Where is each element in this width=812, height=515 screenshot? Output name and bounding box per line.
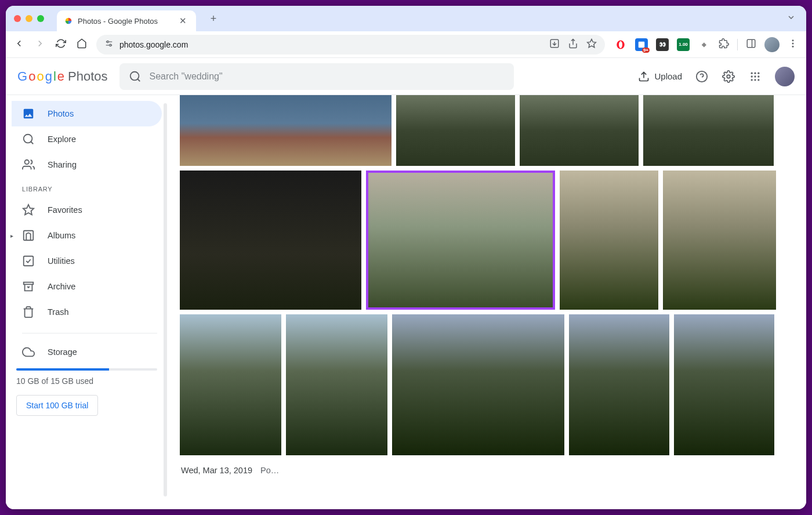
svg-point-24 — [754, 75, 756, 77]
search-input[interactable] — [150, 71, 505, 82]
side-panel-icon[interactable] — [746, 38, 756, 51]
maximize-window-button[interactable] — [37, 15, 44, 22]
sidebar-item-label: Trash — [48, 307, 69, 317]
browser-window: Photos - Google Photos ✕ + photos.google… — [6, 6, 806, 509]
start-trial-button[interactable]: Start 100 GB trial — [16, 395, 98, 416]
address-bar[interactable]: photos.google.com — [96, 35, 605, 55]
archive-icon — [22, 280, 35, 293]
tab-strip: Photos - Google Photos ✕ + — [6, 6, 806, 31]
svg-line-17 — [137, 79, 140, 81]
location-label: Po… — [260, 466, 279, 475]
photo-thumbnail[interactable] — [180, 171, 361, 310]
svg-rect-35 — [24, 282, 34, 285]
reload-button[interactable] — [56, 38, 66, 51]
tab-search-icon[interactable] — [784, 10, 798, 27]
trash-icon — [22, 306, 35, 318]
star-icon — [22, 204, 35, 216]
cloud-icon — [22, 346, 35, 358]
svg-point-27 — [754, 79, 756, 81]
site-info-icon[interactable] — [104, 39, 114, 49]
close-window-button[interactable] — [14, 15, 21, 22]
share-icon[interactable] — [568, 38, 578, 50]
search-icon — [22, 133, 35, 146]
home-button[interactable] — [77, 38, 87, 51]
photo-thumbnail[interactable] — [560, 171, 658, 310]
divider — [737, 39, 738, 50]
extension-5[interactable]: ◆ — [698, 38, 710, 51]
sidebar-item-label: Favorites — [48, 205, 82, 215]
photo-thumbnail[interactable] — [520, 95, 639, 166]
svg-point-20 — [751, 72, 753, 74]
library-heading: LIBRARY — [12, 177, 168, 197]
minimize-window-button[interactable] — [26, 15, 32, 22]
extensions-menu-icon[interactable] — [719, 38, 729, 51]
forward-button[interactable] — [35, 38, 45, 51]
svg-point-14 — [792, 42, 794, 44]
divider — [22, 333, 157, 333]
search-bar[interactable] — [119, 63, 514, 90]
upload-button[interactable]: Upload — [638, 71, 682, 82]
sidebar-item-photos[interactable]: Photos — [12, 101, 162, 126]
chevron-right-icon: ▸ — [10, 233, 13, 239]
extension-price[interactable]: 1.00 — [677, 38, 690, 51]
url-text: photos.google.com — [119, 40, 188, 49]
google-photos-icon — [64, 16, 73, 26]
svg-marker-7 — [588, 39, 596, 48]
sidebar-item-sharing[interactable]: Sharing — [12, 152, 162, 177]
help-button[interactable] — [695, 70, 709, 84]
browser-tab[interactable]: Photos - Google Photos ✕ — [57, 10, 196, 31]
google-photos-app: Google Photos Upload — [6, 58, 806, 509]
new-tab-button[interactable]: + — [205, 10, 222, 27]
extensions: 9+ 👀 1.00 ◆ — [614, 37, 798, 52]
account-avatar[interactable] — [775, 67, 795, 86]
close-tab-icon[interactable]: ✕ — [177, 13, 189, 28]
nav-controls — [14, 38, 87, 51]
install-app-icon[interactable] — [549, 38, 560, 50]
kebab-menu-icon[interactable] — [788, 38, 798, 51]
photo-thumbnail[interactable] — [396, 95, 515, 166]
storage-progress — [16, 368, 157, 371]
sidebar-scrollbar[interactable] — [164, 103, 167, 496]
extension-badge-9plus[interactable]: 9+ — [635, 38, 648, 51]
svg-rect-11 — [747, 39, 755, 48]
toolbar: photos.google.com 9+ 👀 1.00 ◆ — [6, 31, 806, 58]
check-box-icon — [22, 255, 35, 267]
svg-point-16 — [130, 71, 139, 80]
settings-button[interactable] — [722, 70, 735, 84]
bookmark-icon[interactable] — [586, 38, 597, 50]
photo-thumbnail[interactable] — [180, 314, 281, 455]
sidebar-item-storage[interactable]: Storage — [12, 342, 162, 362]
sidebar-item-favorites[interactable]: Favorites — [12, 197, 162, 223]
photo-thumbnail[interactable] — [643, 95, 774, 166]
sidebar-item-explore[interactable]: Explore — [12, 126, 162, 152]
svg-rect-33 — [24, 231, 34, 241]
search-icon — [129, 70, 142, 83]
photo-thumbnail[interactable] — [392, 314, 564, 455]
google-photos-logo[interactable]: Google Photos — [17, 69, 108, 84]
svg-point-13 — [792, 39, 794, 41]
app-body: Photos Explore Sharing LIBRARY Favorites… — [6, 95, 806, 509]
photo-thumbnail-selected[interactable] — [366, 171, 555, 310]
storage-text: 10 GB of 15 GB used — [12, 376, 168, 386]
sidebar-item-label: Storage — [48, 347, 77, 357]
sidebar-item-albums[interactable]: ▸ Albums — [12, 223, 162, 248]
photo-thumbnail[interactable] — [286, 314, 387, 455]
svg-point-19 — [727, 75, 730, 78]
photo-thumbnail[interactable] — [674, 314, 774, 455]
photo-grid: Wed, Mar 13, 2019 Po… — [168, 95, 806, 509]
svg-point-31 — [25, 160, 29, 164]
extension-opera[interactable] — [614, 38, 627, 51]
apps-grid-icon[interactable] — [748, 70, 762, 84]
extension-3[interactable]: 👀 — [656, 38, 669, 51]
photo-thumbnail[interactable] — [569, 314, 669, 455]
profile-avatar[interactable] — [764, 37, 780, 52]
photo-thumbnail[interactable] — [180, 95, 392, 166]
svg-marker-32 — [23, 205, 34, 215]
back-button[interactable] — [14, 38, 24, 51]
sidebar-item-archive[interactable]: Archive — [12, 274, 162, 299]
sidebar-item-trash[interactable]: Trash — [12, 299, 162, 325]
date-section-header: Wed, Mar 13, 2019 Po… — [180, 460, 800, 475]
tab-title: Photos - Google Photos — [78, 17, 158, 26]
sidebar-item-utilities[interactable]: Utilities — [12, 248, 162, 274]
photo-thumbnail[interactable] — [663, 171, 776, 310]
